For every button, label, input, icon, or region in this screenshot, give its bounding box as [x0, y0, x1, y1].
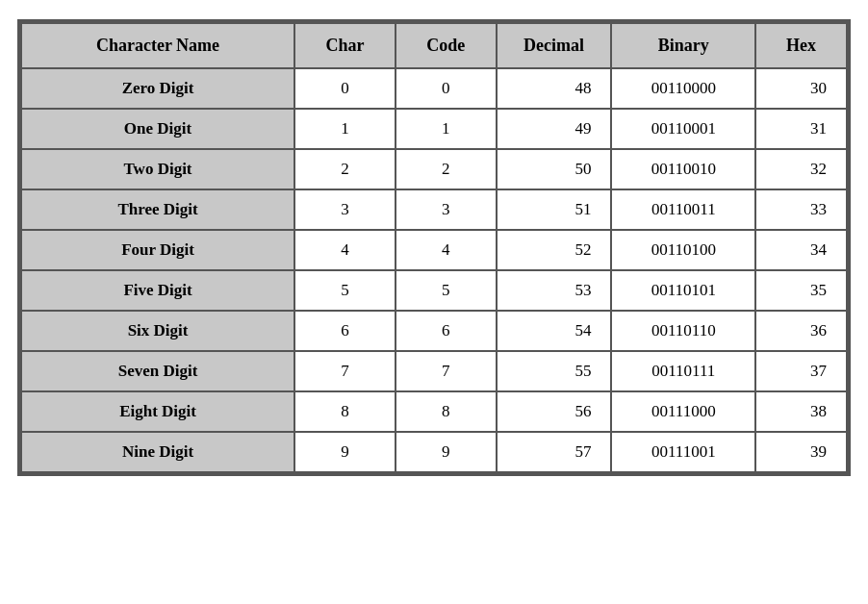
cell-character-name: One Digit [21, 109, 294, 149]
cell-character-name: Five Digit [21, 270, 294, 311]
table-row: Three Digit33510011001133 [21, 189, 847, 230]
cell-decimal: 55 [497, 351, 612, 391]
cell-hex: 38 [755, 391, 847, 432]
cell-binary: 00111000 [611, 391, 755, 432]
cell-character-name: Seven Digit [21, 351, 294, 391]
cell-decimal: 50 [497, 149, 612, 189]
cell-code: 2 [396, 149, 497, 189]
cell-code: 7 [396, 351, 497, 391]
cell-char: 0 [294, 68, 396, 109]
header-character-name: Character Name [21, 23, 294, 68]
cell-hex: 30 [755, 68, 847, 109]
cell-hex: 34 [755, 230, 847, 270]
cell-binary: 00111001 [611, 432, 755, 472]
cell-character-name: Two Digit [21, 149, 294, 189]
cell-char: 1 [294, 109, 396, 149]
cell-char: 8 [294, 391, 396, 432]
cell-char: 4 [294, 230, 396, 270]
cell-code: 8 [396, 391, 497, 432]
cell-character-name: Four Digit [21, 230, 294, 270]
character-table: Character Name Char Code Decimal Binary … [20, 22, 848, 473]
cell-decimal: 51 [497, 189, 612, 230]
cell-character-name: Three Digit [21, 189, 294, 230]
cell-code: 4 [396, 230, 497, 270]
cell-code: 5 [396, 270, 497, 311]
table-header-row: Character Name Char Code Decimal Binary … [21, 23, 847, 68]
cell-binary: 00110001 [611, 109, 755, 149]
cell-code: 9 [396, 432, 497, 472]
cell-hex: 33 [755, 189, 847, 230]
table-container: Character Name Char Code Decimal Binary … [17, 19, 851, 476]
cell-binary: 00110110 [611, 311, 755, 351]
cell-binary: 00110101 [611, 270, 755, 311]
cell-hex: 37 [755, 351, 847, 391]
cell-code: 6 [396, 311, 497, 351]
table-row: Seven Digit77550011011137 [21, 351, 847, 391]
table-row: Eight Digit88560011100038 [21, 391, 847, 432]
table-row: Six Digit66540011011036 [21, 311, 847, 351]
header-binary: Binary [611, 23, 755, 68]
header-code: Code [396, 23, 497, 68]
cell-character-name: Zero Digit [21, 68, 294, 109]
cell-decimal: 48 [497, 68, 612, 109]
cell-decimal: 52 [497, 230, 612, 270]
cell-char: 2 [294, 149, 396, 189]
cell-char: 9 [294, 432, 396, 472]
cell-character-name: Eight Digit [21, 391, 294, 432]
cell-decimal: 49 [497, 109, 612, 149]
cell-decimal: 54 [497, 311, 612, 351]
cell-char: 5 [294, 270, 396, 311]
cell-decimal: 57 [497, 432, 612, 472]
header-hex: Hex [755, 23, 847, 68]
table-row: Two Digit22500011001032 [21, 149, 847, 189]
cell-binary: 00110111 [611, 351, 755, 391]
header-char: Char [294, 23, 396, 68]
cell-code: 1 [396, 109, 497, 149]
cell-char: 6 [294, 311, 396, 351]
cell-decimal: 56 [497, 391, 612, 432]
cell-character-name: Six Digit [21, 311, 294, 351]
cell-binary: 00110100 [611, 230, 755, 270]
table-row: Zero Digit00480011000030 [21, 68, 847, 109]
cell-character-name: Nine Digit [21, 432, 294, 472]
cell-decimal: 53 [497, 270, 612, 311]
cell-binary: 00110010 [611, 149, 755, 189]
table-row: Five Digit55530011010135 [21, 270, 847, 311]
cell-binary: 00110011 [611, 189, 755, 230]
cell-char: 7 [294, 351, 396, 391]
table-row: Nine Digit99570011100139 [21, 432, 847, 472]
cell-hex: 36 [755, 311, 847, 351]
table-row: One Digit11490011000131 [21, 109, 847, 149]
cell-code: 3 [396, 189, 497, 230]
cell-hex: 32 [755, 149, 847, 189]
cell-hex: 31 [755, 109, 847, 149]
header-decimal: Decimal [497, 23, 612, 68]
cell-char: 3 [294, 189, 396, 230]
table-row: Four Digit44520011010034 [21, 230, 847, 270]
cell-hex: 35 [755, 270, 847, 311]
cell-binary: 00110000 [611, 68, 755, 109]
cell-code: 0 [396, 68, 497, 109]
cell-hex: 39 [755, 432, 847, 472]
